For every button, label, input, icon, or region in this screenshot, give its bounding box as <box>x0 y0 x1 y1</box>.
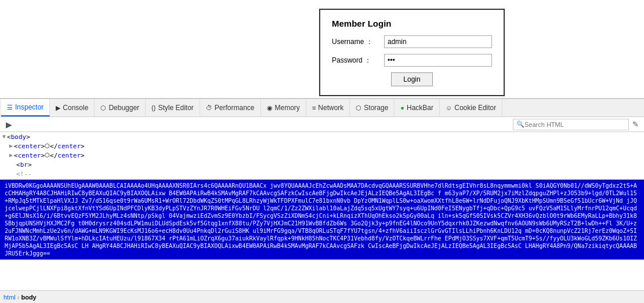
username-input[interactable] <box>384 35 492 48</box>
password-label: Password ： <box>332 56 384 65</box>
tab-inspector[interactable]: ☰ Inspector <box>1 99 50 116</box>
tab-cookie-editor-label: Cookie Editor <box>454 104 496 112</box>
tab-console-label: Console <box>63 104 88 112</box>
login-button[interactable]: Login <box>391 72 432 86</box>
devtools-toolbar: ▶ 🔍 ✎ <box>0 117 644 132</box>
login-btn-row: Login <box>332 72 492 86</box>
html-line-center2: ▶ <center> ⬡ </center> <box>0 152 644 161</box>
username-label: Username ： <box>332 37 384 47</box>
password-input[interactable] <box>384 54 492 67</box>
preview-area: Member Login Username ： Password ： Login <box>0 0 644 98</box>
username-field: Username ： <box>332 35 492 48</box>
performance-icon: ⏱ <box>206 104 212 111</box>
console-icon: ▶ <box>56 104 60 112</box>
tab-storage-label: Storage <box>364 104 388 112</box>
center1-expand-arrow[interactable]: ▶ <box>9 143 13 149</box>
login-title: Member Login <box>332 19 492 28</box>
search-html-input[interactable] <box>524 121 623 128</box>
network-icon: ≡ <box>312 104 316 111</box>
password-field: Password ： <box>332 54 492 67</box>
center2-expand-arrow[interactable]: ▶ <box>9 152 13 158</box>
tab-hackbar[interactable]: ● HackBar <box>395 99 440 116</box>
tab-debugger[interactable]: ⬡ Debugger <box>95 99 146 116</box>
html-line-center1: ▶ <center> ⬡ </center> <box>0 143 644 152</box>
tab-inspector-label: Inspector <box>15 103 44 111</box>
html-line-br: <br> <box>0 161 644 170</box>
inspector-icon: ☰ <box>7 104 13 111</box>
hackbar-icon: ● <box>400 104 404 111</box>
body-expand-arrow[interactable]: ▼ <box>2 133 6 140</box>
tab-performance-label: Performance <box>215 104 255 112</box>
edit-html-button[interactable]: ✎ <box>629 118 642 131</box>
style-editor-icon: {} <box>151 104 155 111</box>
html-line-comment: <!-- <box>0 170 644 180</box>
storage-icon: ⬡ <box>356 104 361 112</box>
tab-network[interactable]: ≡ Network <box>306 99 350 116</box>
tab-style-editor[interactable]: {} Style Editor <box>146 99 200 116</box>
devtools-tabs: ☰ Inspector ▶ Console ⬡ Debugger {} Styl… <box>0 98 644 117</box>
tab-memory-label: Memory <box>275 104 300 112</box>
breadcrumb-body[interactable]: body <box>21 294 36 301</box>
memory-icon: ◉ <box>267 104 273 112</box>
cookie-editor-icon: ☺ <box>446 104 452 111</box>
expand-collapse-button[interactable]: ▶ <box>2 118 15 131</box>
login-box: Member Login Username ： Password ： Login <box>319 9 505 96</box>
tab-hackbar-label: HackBar <box>407 104 433 112</box>
breadcrumb-bar: html › body <box>0 290 644 303</box>
tab-memory[interactable]: ◉ Memory <box>261 99 306 116</box>
tab-cookie-editor[interactable]: ☺ Cookie Editor <box>440 99 502 116</box>
breadcrumb-separator-1: › <box>17 294 20 301</box>
debugger-icon: ⬡ <box>100 104 106 112</box>
html-panel: ▼ <body> ▶ <center> ⬡ </center> ▶ <cente… <box>0 132 644 290</box>
search-html-wrap: 🔍 <box>513 119 629 130</box>
breadcrumb-html[interactable]: html <box>3 294 16 301</box>
tab-performance[interactable]: ⏱ Performance <box>200 99 261 116</box>
tab-debugger-label: Debugger <box>108 104 139 112</box>
tab-network-label: Network <box>318 104 343 112</box>
tab-storage[interactable]: ⬡ Storage <box>350 99 395 116</box>
html-line-body: ▼ <body> <box>0 133 644 143</box>
base64-code-block: iVBDRw0KGgoAAAANSUhEUgAAAW0AAABLCAIAAAAo… <box>5 182 637 257</box>
tab-console[interactable]: ▶ Console <box>50 99 95 116</box>
tab-style-editor-label: Style Editor <box>158 104 193 112</box>
html-line-code: iVBDRw0KGgoAAAANSUhEUgAAAW0AAABLCAIAAAAo… <box>0 180 644 260</box>
search-icon: 🔍 <box>516 121 524 128</box>
